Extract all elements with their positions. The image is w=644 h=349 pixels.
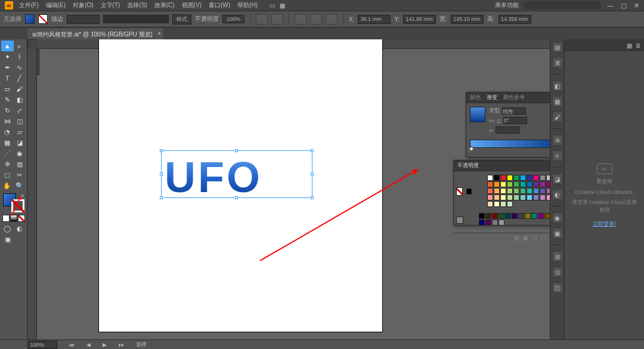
- swatch-color[interactable]: [538, 213, 544, 219]
- resize-handle[interactable]: [160, 149, 163, 152]
- swatch-color[interactable]: [507, 175, 513, 181]
- zoom-level[interactable]: 100%: [27, 341, 57, 349]
- swatch-color[interactable]: [485, 220, 491, 226]
- prefs-button[interactable]: [271, 14, 283, 24]
- libraries-list-icon[interactable]: ▦: [627, 42, 632, 49]
- dock-graphic-styles-icon[interactable]: ▣: [552, 228, 563, 239]
- swatch-color[interactable]: [494, 201, 500, 207]
- swatch-color[interactable]: [527, 181, 532, 187]
- swatch-color[interactable]: [513, 181, 519, 187]
- screen-mode[interactable]: ▣: [1, 234, 14, 245]
- swatch-color[interactable]: [505, 213, 511, 219]
- draw-mode-normal[interactable]: ◯: [1, 223, 14, 234]
- swatch-new-group-icon[interactable]: ▢: [541, 235, 546, 241]
- artboard[interactable]: UFO: [99, 39, 382, 332]
- blend-tool[interactable]: ◉: [14, 148, 26, 159]
- symbol-sprayer-tool[interactable]: ✲: [1, 159, 14, 169]
- swatch-color[interactable]: [494, 188, 500, 194]
- swatch-color[interactable]: [487, 188, 493, 194]
- swatch-color[interactable]: [544, 213, 550, 219]
- swatch-color[interactable]: [540, 188, 546, 194]
- swatch-color[interactable]: [479, 213, 485, 219]
- swatch-color[interactable]: [487, 175, 493, 181]
- shape-builder-tool[interactable]: ◔: [1, 126, 14, 137]
- dock-color-icon[interactable]: ◧: [552, 81, 563, 91]
- swatch-color[interactable]: [507, 181, 513, 187]
- canvas-area[interactable]: UFO 字符 颜色 渐变 颜色参考 ▸≡: [27, 39, 550, 339]
- stroke-swatch[interactable]: [38, 14, 48, 24]
- swatch-color[interactable]: [520, 175, 526, 181]
- nav-first-icon[interactable]: ⏮: [69, 342, 75, 348]
- menu-window[interactable]: 窗口(W): [209, 1, 230, 10]
- dock-pathfinder-icon[interactable]: ◫: [552, 282, 563, 293]
- stroke-profile[interactable]: [103, 15, 169, 23]
- stock-icon[interactable]: ▦: [280, 2, 285, 9]
- panel-tab-color[interactable]: 颜色: [470, 94, 481, 101]
- swatch-color[interactable]: [500, 194, 506, 200]
- menu-effect[interactable]: 效果(C): [154, 1, 175, 10]
- swatch-color[interactable]: [546, 181, 550, 187]
- rectangle-tool[interactable]: ▭: [1, 84, 14, 94]
- swatch-color[interactable]: [507, 188, 513, 194]
- swatch-lib-icon[interactable]: ▥: [514, 235, 519, 241]
- minimize-icon[interactable]: —: [607, 2, 614, 10]
- swatch-color[interactable]: [487, 181, 493, 187]
- swatch-color[interactable]: [527, 188, 532, 194]
- swatch-color[interactable]: [499, 213, 504, 219]
- stroke-weight-input[interactable]: [67, 15, 100, 24]
- direct-selection-tool[interactable]: ▹: [14, 41, 26, 51]
- swatch-color[interactable]: [525, 213, 531, 219]
- swatch-show-icon[interactable]: ▦: [523, 235, 528, 241]
- swatch-color[interactable]: [531, 213, 537, 219]
- dock-swatches-icon[interactable]: ▦: [552, 96, 563, 107]
- menu-view[interactable]: 视图(V): [182, 1, 202, 10]
- width-tool[interactable]: ⋈: [1, 116, 14, 126]
- search-input[interactable]: [524, 1, 601, 10]
- swatch-color[interactable]: [546, 194, 550, 200]
- align-icon[interactable]: [295, 14, 306, 24]
- dock-symbols-icon[interactable]: ✲: [552, 135, 563, 146]
- swatch-color[interactable]: [520, 194, 526, 200]
- swatch-color[interactable]: [527, 175, 532, 181]
- gradient-stop[interactable]: [469, 146, 475, 152]
- menu-file[interactable]: 文件(F): [19, 1, 39, 10]
- dock-gradient-icon[interactable]: ◪: [552, 174, 563, 184]
- y-input[interactable]: 141.95 mm: [403, 15, 436, 24]
- mesh-tool[interactable]: ▦: [1, 137, 14, 148]
- scale-tool[interactable]: ⤢: [14, 105, 26, 116]
- bridge-icon[interactable]: ▭: [270, 2, 275, 9]
- column-graph-tool[interactable]: ▥: [14, 159, 26, 169]
- dock-stroke-icon[interactable]: ≡: [552, 150, 563, 161]
- swatch-options-icon[interactable]: ◳: [532, 235, 537, 241]
- menu-object[interactable]: 对象(O): [73, 1, 93, 10]
- dock-appearance-icon[interactable]: ◉: [552, 212, 563, 223]
- gradient-tool[interactable]: ◪: [14, 137, 26, 148]
- zoom-tool[interactable]: 🔍: [14, 180, 26, 191]
- gradient-edit-stroke-icon[interactable]: ▭: [489, 118, 494, 123]
- swatch-color[interactable]: [540, 175, 546, 181]
- resize-handle[interactable]: [311, 149, 314, 152]
- dock-properties-icon[interactable]: ▤: [552, 42, 563, 52]
- menu-help[interactable]: 帮助(H): [237, 1, 258, 10]
- line-tool[interactable]: ╱: [14, 73, 26, 84]
- tab-close-icon[interactable]: ×: [158, 30, 161, 36]
- swatch-color[interactable]: [500, 201, 506, 207]
- gradient-preview[interactable]: [470, 107, 485, 122]
- swatch-color[interactable]: [479, 220, 485, 226]
- fill-swatch[interactable]: [25, 14, 35, 24]
- dock-transform-icon[interactable]: ⊡: [552, 267, 563, 277]
- paintbrush-tool[interactable]: 🖌: [14, 84, 26, 94]
- resize-handle[interactable]: [235, 196, 238, 199]
- menu-type[interactable]: 文字(T): [101, 1, 120, 10]
- close-icon[interactable]: ✕: [634, 2, 639, 10]
- swatch-color[interactable]: [520, 181, 526, 187]
- eraser-tool[interactable]: ◧: [14, 94, 26, 105]
- swatch-color[interactable]: [546, 188, 550, 194]
- swatch-color[interactable]: [507, 194, 513, 200]
- swatch-color[interactable]: [527, 194, 532, 200]
- panel-tab-swatches[interactable]: 不透明度: [457, 162, 479, 169]
- nav-prev-icon[interactable]: ◀: [86, 342, 91, 348]
- libraries-grid-icon[interactable]: ≣: [636, 42, 640, 49]
- type-tool[interactable]: T: [1, 73, 14, 84]
- workspace-switcher[interactable]: 基本功能: [495, 1, 519, 10]
